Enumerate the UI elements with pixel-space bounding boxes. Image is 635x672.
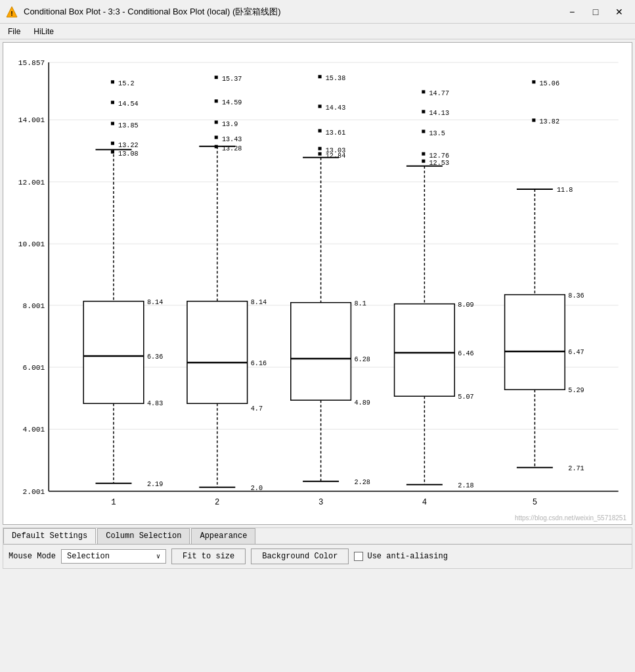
chevron-down-icon: ∨ [156,552,160,560]
anti-alias-checkbox[interactable] [354,552,363,561]
outlier-label: 15.2 [118,80,134,87]
dropdown-value: Selection [67,552,110,561]
svg-text:12.001: 12.001 [18,179,45,187]
q1-label: 4.89 [354,399,370,407]
svg-text:8.001: 8.001 [23,302,45,310]
median-label: 6.36 [147,353,163,361]
menu-file[interactable]: File [3,26,26,37]
outlier [215,99,218,102]
outlier [111,101,114,104]
outlier-label: 12.76 [429,152,450,160]
outlier-label: 13.9 [222,121,238,128]
outlier [422,160,425,163]
outlier [318,75,322,78]
box-2 [187,302,248,404]
outlier [111,122,114,125]
mouse-mode-dropdown[interactable]: Selection ∨ [61,549,166,564]
outlier [318,129,322,133]
whisker-bottom-label: 2.18 [458,482,473,489]
x-label-2: 2 [215,498,219,507]
window-title: Conditional Box Plot - 3:3 - Conditional… [24,6,281,18]
title-bar: ! Conditional Box Plot - 3:3 - Condition… [0,0,635,24]
close-button[interactable]: ✕ [609,4,630,20]
outlier-label: 15.38 [326,75,346,82]
q3-label: 8.36 [568,292,584,300]
whisker-bottom-label: 2.19 [147,481,163,488]
watermark: https://blog.csdn.net/weixin_55718251 [515,514,626,522]
outlier-label: 13.22 [118,142,139,149]
tab-column-selection[interactable]: Column Selection [97,528,190,544]
whisker-bottom-label: 2.71 [568,465,584,472]
box-1 [83,302,144,404]
median-label: 6.16 [251,360,267,367]
q3-label: 8.09 [458,302,473,309]
whisker-bottom-label: 2.0 [251,485,263,492]
tab-default-settings[interactable]: Default Settings [3,528,96,544]
whisker-bottom-label: 2.28 [354,479,370,486]
background-color-button[interactable]: Background Color [251,549,349,564]
outlier-label: 14.54 [118,101,139,108]
controls-row: Mouse Mode Selection ∨ Fit to size Backg… [3,545,632,568]
outlier-label: 14.13 [429,110,450,118]
q1-label: 5.07 [458,393,473,401]
q3-label: 8.1 [354,300,366,307]
svg-rect-2 [3,43,632,524]
outlier [215,76,218,79]
outlier [318,147,322,150]
q1-label: 4.83 [147,400,163,407]
outlier [318,104,322,108]
tab-appearance[interactable]: Appearance [191,528,255,544]
plot-container: 15.857 14.001 12.001 10.001 8.001 6.001 … [3,42,632,525]
outlier-label: 14.43 [326,104,346,112]
box-5 [505,295,565,390]
q3-label: 8.14 [251,299,267,306]
box-3 [291,303,351,401]
svg-text:2.001: 2.001 [23,488,45,496]
svg-text:10.001: 10.001 [18,240,45,248]
x-label-4: 4 [422,498,427,507]
outlier [422,152,425,156]
outlier-label: 13.82 [540,119,560,126]
outlier-label: 13.43 [222,136,242,143]
svg-text:15.857: 15.857 [18,59,45,67]
median-label: 6.47 [568,349,584,356]
anti-alias-label: Use anti-aliasing [367,552,447,561]
maximize-button[interactable]: □ [585,4,606,20]
outlier-label: 15.37 [222,76,242,83]
outlier [532,118,535,122]
outlier-label: 13.08 [118,150,139,158]
minimize-button[interactable]: − [561,4,582,20]
outlier-label: 12.84 [326,152,346,160]
outlier-label: 14.77 [429,90,450,97]
outlier-label: 14.59 [222,99,242,106]
svg-text:!: ! [10,11,14,18]
box-4 [395,304,455,397]
tabs-row: Default Settings Column Selection Appear… [3,528,632,545]
x-label-3: 3 [318,498,323,507]
menu-hilite[interactable]: HiLite [28,26,59,37]
q1-label: 5.29 [568,387,584,394]
median-label: 6.46 [458,350,473,357]
box-plot-svg: 15.857 14.001 12.001 10.001 8.001 6.001 … [3,43,632,524]
anti-alias-group: Use anti-aliasing [354,552,447,561]
x-label-5: 5 [533,498,537,507]
q3-label: 8.14 [147,299,163,306]
svg-text:14.001: 14.001 [18,117,45,125]
fit-to-size-button[interactable]: Fit to size [171,549,246,564]
q1-label: 4.7 [251,405,263,413]
x-label-1: 1 [111,498,116,507]
svg-text:6.001: 6.001 [23,364,45,372]
mouse-mode-label: Mouse Mode [9,552,56,561]
title-bar-left: ! Conditional Box Plot - 3:3 - Condition… [5,5,281,18]
outlier [111,142,114,145]
outlier-label: 13.5 [429,130,445,137]
outlier [422,130,425,133]
median-label: 6.28 [354,356,370,363]
app-icon: ! [5,5,18,18]
outlier-label: 13.61 [326,129,346,137]
whisker-top-label: 11.8 [557,187,573,194]
outlier [111,80,114,83]
outlier-label: 13.85 [118,122,139,129]
title-bar-controls: − □ ✕ [561,4,630,20]
outlier [215,136,218,139]
